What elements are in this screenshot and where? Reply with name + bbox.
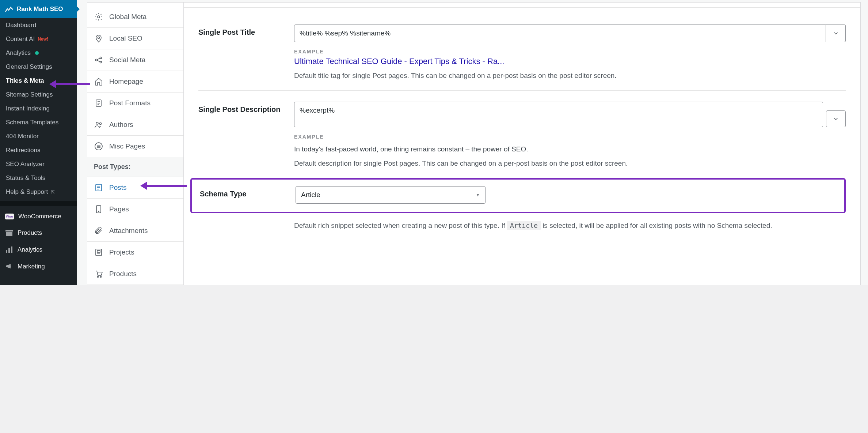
sidebar-item-instant-indexing[interactable]: Instant Indexing bbox=[0, 102, 77, 116]
sidebar-head-label: Rank Math SEO bbox=[17, 5, 63, 13]
tab-pages[interactable]: Pages bbox=[87, 199, 183, 220]
row-schema-type: Schema Type Article ▼ bbox=[200, 186, 837, 204]
svg-point-12 bbox=[100, 123, 102, 125]
schema-type-select[interactable]: Article ▼ bbox=[296, 186, 486, 204]
tabs-section-header: Post Types: bbox=[87, 157, 183, 177]
sidebar-main-woocommerce[interactable]: Woo WooCommerce bbox=[0, 208, 77, 225]
sidebar-separator bbox=[0, 201, 77, 206]
title-example-preview: Ultimate Technical SEO Guide - Expert Ti… bbox=[294, 57, 846, 66]
sidebar-item-sitemap[interactable]: Sitemap Settings bbox=[0, 88, 77, 102]
wp-admin-sidebar: Rank Math SEO Dashboard Content AI New! … bbox=[0, 0, 77, 285]
content-wrap: Global Meta Local SEO Social Meta Homepa… bbox=[77, 0, 868, 285]
single-post-title-input[interactable] bbox=[294, 25, 826, 42]
svg-point-20 bbox=[100, 276, 102, 278]
sidebar-main-analytics[interactable]: Analytics bbox=[0, 241, 77, 258]
gear-icon bbox=[94, 12, 103, 22]
rankmath-icon bbox=[5, 5, 13, 13]
label-title: Single Post Title bbox=[198, 25, 283, 37]
sidebar-item-dashboard[interactable]: Dashboard bbox=[0, 18, 77, 32]
annotation-arrow bbox=[140, 182, 187, 190]
cart-icon bbox=[94, 269, 103, 279]
svg-rect-0 bbox=[5, 230, 13, 231]
woo-icon: Woo bbox=[5, 214, 14, 219]
svg-rect-1 bbox=[6, 232, 12, 236]
label-schema: Schema Type bbox=[200, 186, 285, 198]
svg-point-11 bbox=[96, 122, 98, 124]
sidebar-item-general-settings[interactable]: General Settings bbox=[0, 60, 77, 74]
svg-rect-3 bbox=[8, 248, 10, 253]
sidebar-main-products[interactable]: Products bbox=[0, 225, 77, 241]
row-single-post-description: Single Post Description %excerpt% EXAMPL… bbox=[198, 102, 846, 169]
home-icon bbox=[94, 77, 103, 86]
divider bbox=[184, 7, 860, 8]
title-help: Default title tag for single Post pages.… bbox=[294, 71, 846, 81]
sidebar-plugin-head[interactable]: Rank Math SEO bbox=[0, 0, 77, 18]
settings-panel: Global Meta Local SEO Social Meta Homepa… bbox=[87, 2, 861, 285]
desc-variables-toggle[interactable] bbox=[826, 110, 846, 127]
code-inline: Article bbox=[507, 221, 541, 230]
row-single-post-title: Single Post Title EXAMPLE Ultimate Techn… bbox=[198, 25, 846, 81]
share-icon bbox=[94, 55, 103, 65]
label-description: Single Post Description bbox=[198, 102, 283, 114]
page-icon bbox=[94, 204, 103, 214]
svg-rect-18 bbox=[97, 251, 100, 252]
title-variables-toggle[interactable] bbox=[826, 25, 846, 42]
archive-icon bbox=[5, 229, 13, 237]
sidebar-item-404-monitor[interactable]: 404 Monitor bbox=[0, 129, 77, 143]
tab-post-formats[interactable]: Post Formats bbox=[87, 93, 183, 114]
sidebar-item-help-support[interactable]: Help & Support ⇱ bbox=[0, 185, 77, 199]
sidebar-main-marketing[interactable]: Marketing bbox=[0, 258, 77, 275]
sidebar-item-seo-analyzer[interactable]: SEO Analyzer bbox=[0, 157, 77, 171]
tab-attachments[interactable]: Attachments bbox=[87, 220, 183, 242]
annotation-highlight: Schema Type Article ▼ bbox=[190, 178, 846, 213]
tab-products[interactable]: Products bbox=[87, 263, 183, 285]
schema-help: Default rich snippet selected when creat… bbox=[294, 221, 846, 231]
megaphone-icon bbox=[5, 263, 13, 271]
tab-global-meta[interactable]: Global Meta bbox=[87, 6, 183, 28]
annotation-arrow bbox=[49, 80, 90, 88]
chevron-down-icon: ▼ bbox=[476, 192, 480, 197]
svg-rect-4 bbox=[11, 246, 12, 253]
svg-point-5 bbox=[98, 16, 100, 18]
example-label: EXAMPLE bbox=[294, 49, 846, 54]
svg-rect-2 bbox=[6, 250, 7, 253]
schema-type-value: Article bbox=[301, 191, 320, 199]
sidebar-item-content-ai[interactable]: Content AI New! bbox=[0, 32, 77, 46]
users-icon bbox=[94, 120, 103, 129]
tab-local-seo[interactable]: Local SEO bbox=[87, 28, 183, 49]
tab-misc-pages[interactable]: Misc Pages bbox=[87, 136, 183, 157]
svg-point-19 bbox=[98, 276, 99, 278]
clip-icon bbox=[94, 226, 103, 236]
post-icon bbox=[94, 183, 103, 192]
bar-chart-icon bbox=[5, 246, 13, 254]
svg-point-16 bbox=[98, 211, 99, 212]
project-icon bbox=[94, 248, 103, 257]
desc-example-preview: In today's fast-paced world, one thing r… bbox=[294, 144, 846, 154]
sidebar-item-analytics[interactable]: Analytics bbox=[0, 46, 77, 60]
sidebar-item-schema-templates[interactable]: Schema Templates bbox=[0, 116, 77, 129]
tab-projects[interactable]: Projects bbox=[87, 242, 183, 263]
status-dot-icon bbox=[35, 51, 39, 55]
tab-social-meta[interactable]: Social Meta bbox=[87, 49, 183, 71]
new-badge: New! bbox=[38, 37, 48, 42]
pin-icon bbox=[94, 34, 103, 43]
sidebar-item-redirections[interactable]: Redirections bbox=[0, 143, 77, 157]
list-icon bbox=[94, 142, 103, 151]
single-post-description-input[interactable]: %excerpt% bbox=[294, 102, 823, 127]
external-link-icon: ⇱ bbox=[51, 189, 55, 195]
settings-tabs: Global Meta Local SEO Social Meta Homepa… bbox=[87, 3, 184, 285]
tab-homepage[interactable]: Homepage bbox=[87, 71, 183, 93]
example-label: EXAMPLE bbox=[294, 134, 846, 140]
settings-form: Single Post Title EXAMPLE Ultimate Techn… bbox=[184, 3, 860, 285]
tab-authors[interactable]: Authors bbox=[87, 114, 183, 136]
desc-help: Default description for single Post page… bbox=[294, 158, 846, 169]
divider bbox=[198, 90, 846, 91]
svg-point-6 bbox=[98, 37, 100, 39]
doc-icon bbox=[94, 98, 103, 108]
sidebar-item-status-tools[interactable]: Status & Tools bbox=[0, 171, 77, 185]
